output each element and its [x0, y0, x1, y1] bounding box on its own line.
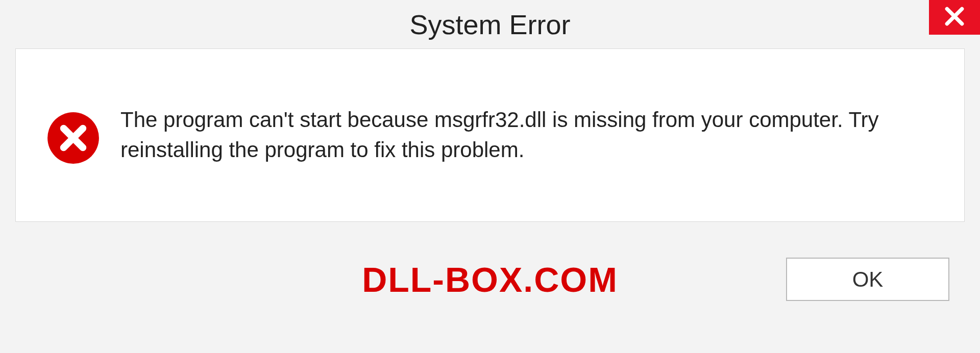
title-bar: System Error	[0, 0, 980, 48]
dialog-title: System Error	[409, 9, 570, 40]
error-message: The program can't start because msgrfr32…	[120, 105, 949, 165]
close-icon	[943, 5, 966, 30]
close-button[interactable]	[929, 0, 980, 35]
footer-area: DLL-BOX.COM OK	[15, 222, 965, 337]
ok-button[interactable]: OK	[786, 258, 949, 301]
content-area: The program can't start because msgrfr32…	[15, 48, 965, 222]
error-icon	[46, 111, 100, 165]
watermark-text: DLL-BOX.COM	[362, 260, 618, 299]
